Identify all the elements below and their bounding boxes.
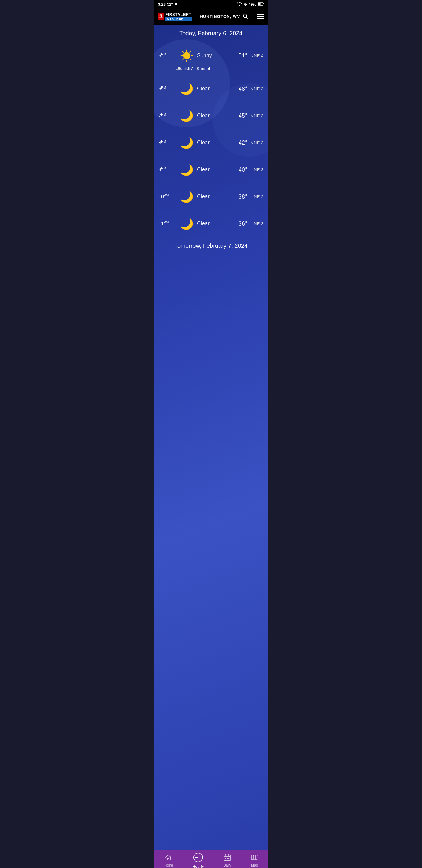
svg-line-11 [190, 59, 191, 60]
condition-9pm: Clear [197, 166, 228, 173]
weather-row-7pm: 7PM 🌙 Clear 45° NNE 3 [154, 102, 268, 129]
time-7pm: 7PM [159, 113, 176, 119]
svg-rect-2 [263, 3, 264, 4]
condition-11pm: Clear [197, 220, 228, 227]
weather-row-10pm: 10PM 🌙 Clear 38° NE 2 [154, 183, 268, 210]
svg-line-13 [182, 59, 184, 60]
time-6pm: 6PM [159, 86, 176, 92]
sunset-icon [176, 65, 182, 71]
sunset-label: Sunset [196, 66, 210, 71]
today-header: Today, February 6, 2024 [154, 25, 268, 42]
weather-icon-11pm: 🌙 [178, 216, 195, 232]
time-9pm: 9PM [159, 166, 176, 173]
weather-icon-9pm: 🌙 [178, 162, 195, 178]
temp-8pm: 42° [228, 139, 247, 146]
weather-icon-8pm: 🌙 [178, 134, 195, 151]
location-text: HUNTINGTON, WV [200, 14, 240, 19]
nav-home-label: Home [164, 863, 173, 867]
svg-rect-29 [227, 858, 228, 859]
wind-11pm: NE 3 [247, 221, 263, 226]
svg-rect-30 [228, 858, 229, 859]
wind-7pm: NNE 3 [247, 113, 263, 118]
location-display: HUNTINGTON, WV [200, 13, 249, 20]
condition-8pm: Clear [197, 140, 228, 146]
weather-row-9pm: 9PM 🌙 Clear 40° NE 3 [154, 156, 268, 183]
wind-9pm: NE 3 [247, 167, 263, 172]
weather-row-8pm: 8PM 🌙 Clear 42° NNE 3 [154, 129, 268, 156]
hourly-icon [193, 852, 203, 864]
nav-daily[interactable]: Daily [220, 852, 235, 868]
status-time: 3:23 [158, 2, 166, 6]
condition-5pm: Sunny [197, 53, 228, 59]
temp-5pm: 51° [228, 52, 247, 59]
time-8pm: 8PM [159, 140, 176, 146]
time-11pm: 11PM [159, 220, 176, 226]
svg-line-4 [247, 17, 248, 19]
svg-marker-31 [252, 855, 258, 860]
nav-map-label: Map [251, 863, 258, 867]
battery-label: 49% [249, 2, 256, 6]
weather-icon-6pm: 🌙 [178, 81, 195, 97]
nav-hourly[interactable]: Hourly [189, 851, 207, 868]
time-10pm: 10PM [159, 193, 176, 199]
home-icon [164, 854, 172, 862]
daily-icon [223, 854, 231, 862]
weather-icon-10pm: 🌙 [178, 189, 195, 205]
nav-hourly-label: Hourly [193, 865, 204, 868]
search-button[interactable] [242, 13, 249, 20]
temp-11pm: 36° [228, 220, 247, 227]
temp-7pm: 45° [228, 112, 247, 119]
wifi-icon [237, 2, 242, 7]
svg-marker-23 [195, 857, 197, 858]
main-content: Today, February 6, 2024 5PM [154, 25, 268, 850]
menu-button[interactable] [257, 14, 264, 19]
temp-10pm: 38° [228, 193, 247, 200]
weather-icon-5pm [178, 48, 195, 64]
today-date: Today, February 6, 2024 [180, 30, 242, 36]
logo-text: FIRSTALERT WEATHER [165, 12, 192, 21]
wind-8pm: NNE 3 [247, 140, 263, 145]
bottom-navigation: Home Hourly Daily [154, 850, 268, 868]
wind-6pm: NNE 3 [247, 86, 263, 91]
weather-row-5pm: 5PM Sunny 51° NNE 4 [154, 42, 268, 75]
map-icon [251, 854, 258, 862]
svg-rect-1 [258, 3, 261, 5]
weather-row-11pm: 11PM 🌙 Clear 36° NE 3 [154, 210, 268, 237]
sun-svg-icon [180, 49, 194, 63]
signal-icon: ⊘ [244, 2, 247, 6]
wind-5pm: NNE 4 [247, 53, 263, 58]
temp-9pm: 40° [228, 166, 247, 173]
nav-home[interactable]: Home [160, 852, 176, 868]
nav-map[interactable]: Map [247, 852, 262, 868]
status-temp: 52° [167, 2, 173, 6]
wind-10pm: NE 2 [247, 194, 263, 199]
nav-daily-label: Daily [223, 863, 231, 867]
status-bar: 3:23 52° ✕ ⊘ 49% [154, 0, 268, 8]
time-5pm: 5PM [159, 53, 176, 58]
svg-line-10 [182, 51, 184, 53]
tomorrow-header: Tomorrow, February 7, 2024 [154, 237, 268, 254]
tomorrow-date: Tomorrow, February 7, 2024 [174, 243, 248, 249]
app-logo: 3 FIRSTALERT WEATHER [158, 12, 192, 21]
battery-icon [258, 2, 264, 6]
svg-rect-28 [225, 858, 226, 859]
svg-point-5 [183, 52, 190, 59]
weather-row-6pm: 6PM 🌙 Clear 48° NNE 3 [154, 75, 268, 102]
svg-line-19 [181, 67, 181, 67]
sunset-time: 5:57 [184, 66, 193, 71]
status-icon-x: ✕ [174, 2, 177, 6]
condition-6pm: Clear [197, 86, 228, 92]
logo-channel-box: 3 [158, 12, 164, 20]
svg-line-12 [190, 51, 191, 53]
condition-7pm: Clear [197, 113, 228, 119]
temp-6pm: 48° [228, 85, 247, 92]
svg-line-18 [177, 67, 177, 67]
app-header: 3 FIRSTALERT WEATHER HUNTINGTON, WV [154, 8, 268, 25]
status-right: ⊘ 49% [237, 2, 264, 7]
status-left: 3:23 52° ✕ [158, 2, 177, 6]
condition-10pm: Clear [197, 193, 228, 200]
sunset-row: 5:57 Sunset [154, 64, 268, 75]
weather-icon-7pm: 🌙 [178, 107, 195, 124]
